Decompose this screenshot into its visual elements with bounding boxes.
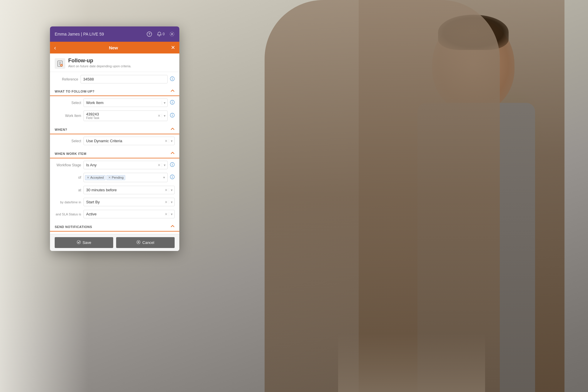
svg-text:i: i bbox=[172, 77, 173, 81]
modal-body: Follow-up Alert on future date depending… bbox=[50, 53, 179, 234]
form-subtitle: Alert on future date depending upon crit… bbox=[68, 64, 131, 68]
what-section-header: WHAT TO FOLLOW-UP? bbox=[50, 86, 179, 96]
at-label: at bbox=[55, 188, 81, 192]
workflow-stage-value[interactable]: Is Any bbox=[84, 161, 156, 169]
of-info-icon[interactable]: i bbox=[170, 175, 175, 180]
of-label: of bbox=[55, 175, 81, 180]
reference-input[interactable] bbox=[81, 75, 168, 83]
back-button[interactable]: ‹ bbox=[54, 44, 56, 51]
by-datetime-clear-btn[interactable]: ✕ bbox=[163, 200, 169, 204]
by-datetime-input-wrap: Start By ✕ ▾ bbox=[83, 198, 175, 206]
when-select-input-wrap: Use Dynamic Criteria ✕ ▾ bbox=[83, 137, 175, 145]
select-value[interactable]: Work Item bbox=[84, 99, 162, 107]
when-wi-section-title: WHEN WORK ITEM bbox=[55, 152, 86, 155]
work-item-id: 439243 bbox=[84, 111, 156, 116]
workflow-stage-label: Workflow Stage bbox=[55, 163, 81, 167]
when-section-header: WHEN? bbox=[50, 125, 179, 134]
svg-text:i: i bbox=[172, 163, 173, 166]
sla-status-field: and SLA Status is Active ✕ ▾ bbox=[50, 208, 179, 220]
what-section-toggle[interactable] bbox=[171, 89, 175, 94]
when-select-clear-btn[interactable]: ✕ bbox=[163, 139, 169, 143]
bell-icon[interactable]: 0 bbox=[157, 31, 165, 37]
of-tags-dropdown[interactable]: ▾ bbox=[162, 175, 166, 180]
sla-status-dropdown-btn[interactable]: ▾ bbox=[169, 212, 174, 216]
bell-count: 0 bbox=[163, 32, 165, 36]
select-field: Select Work Item ▾ i bbox=[50, 97, 179, 109]
form-title-area: Follow-up Alert on future date depending… bbox=[50, 53, 179, 72]
close-button[interactable]: ✕ bbox=[171, 44, 175, 51]
sla-status-input-wrap: Active ✕ ▾ bbox=[83, 210, 175, 218]
svg-point-20 bbox=[77, 240, 81, 244]
cancel-button[interactable]: Cancel bbox=[116, 237, 175, 248]
tag-pending: ✕ Pending bbox=[106, 175, 125, 180]
tag-accepted-label: Accepted bbox=[90, 176, 104, 179]
save-icon bbox=[77, 240, 81, 245]
svg-point-2 bbox=[171, 33, 173, 35]
svg-text:i: i bbox=[172, 175, 173, 179]
send-notif-title: SEND NOTIFICATIONS bbox=[55, 225, 92, 229]
sla-status-clear-btn[interactable]: ✕ bbox=[163, 212, 169, 216]
sla-status-value[interactable]: Active bbox=[84, 210, 163, 218]
workflow-stage-input-wrap: Is Any ✕ ▾ bbox=[83, 161, 168, 169]
tag-accepted: ✕ Accepted bbox=[85, 175, 106, 180]
tag-pending-remove[interactable]: ✕ bbox=[108, 176, 111, 180]
select-label: Select bbox=[55, 101, 81, 105]
send-notif-section-header: SEND NOTIFICATIONS bbox=[50, 222, 179, 232]
cancel-label: Cancel bbox=[142, 240, 154, 245]
when-section-toggle[interactable] bbox=[171, 127, 175, 132]
what-section-title: WHAT TO FOLLOW-UP? bbox=[55, 90, 94, 93]
user-label-text: Emma James | PA LIVE 59 bbox=[55, 32, 104, 36]
when-wi-section-toggle[interactable] bbox=[171, 151, 175, 156]
tag-pending-label: Pending bbox=[112, 176, 123, 179]
when-select-value[interactable]: Use Dynamic Criteria bbox=[84, 137, 163, 145]
tag-accepted-remove[interactable]: ✕ bbox=[87, 176, 89, 180]
modal-dialog: Emma James | PA LIVE 59 ? 0 bbox=[50, 26, 179, 251]
svg-text:i: i bbox=[172, 114, 173, 117]
when-select-dropdown-btn[interactable]: ▾ bbox=[169, 139, 174, 143]
work-item-dropdown-btn[interactable]: ▾ bbox=[162, 114, 167, 118]
svg-text:i: i bbox=[172, 101, 173, 104]
work-item-label: Work Item bbox=[55, 114, 81, 118]
select-dropdown-btn[interactable]: ▾ bbox=[162, 101, 167, 105]
work-item-input-wrap[interactable]: 439243 Field Task ✕ ▾ bbox=[83, 110, 168, 121]
work-item-field: Work Item 439243 Field Task ✕ ▾ i bbox=[50, 109, 179, 123]
when-select-label: Select bbox=[55, 139, 81, 143]
select-input-wrap: Work Item ▾ bbox=[83, 98, 168, 107]
workflow-stage-field: Workflow Stage Is Any ✕ ▾ i bbox=[50, 159, 179, 171]
reference-info-icon[interactable]: i bbox=[170, 76, 175, 82]
at-dropdown-btn[interactable]: ▾ bbox=[169, 188, 174, 192]
select-info-icon[interactable]: i bbox=[170, 100, 175, 106]
by-datetime-field: by date/time in Start By ✕ ▾ bbox=[50, 196, 179, 208]
by-datetime-value[interactable]: Start By bbox=[84, 198, 163, 206]
at-input-wrap: 30 minutes before ✕ ▾ bbox=[83, 186, 175, 194]
save-label: Save bbox=[83, 240, 91, 245]
by-datetime-label: by date/time in bbox=[55, 200, 81, 204]
gear-icon[interactable] bbox=[169, 31, 175, 37]
workflow-stage-dropdown-btn[interactable]: ▾ bbox=[162, 163, 167, 167]
cancel-icon bbox=[136, 240, 141, 245]
send-notif-toggle[interactable] bbox=[171, 224, 175, 229]
workflow-stage-clear-btn[interactable]: ✕ bbox=[156, 163, 162, 167]
work-item-info-icon[interactable]: i bbox=[170, 113, 175, 119]
work-item-type: Field Task bbox=[84, 116, 156, 121]
work-item-clear-btn[interactable]: ✕ bbox=[156, 114, 162, 118]
form-title-text: Follow-up Alert on future date depending… bbox=[68, 58, 131, 68]
by-datetime-dropdown-btn[interactable]: ▾ bbox=[169, 200, 174, 204]
at-field: at 30 minutes before ✕ ▾ bbox=[50, 184, 179, 196]
form-title: Follow-up bbox=[68, 58, 131, 64]
work-item-value: 439243 Field Task bbox=[84, 111, 156, 121]
header-icons: ? 0 bbox=[147, 31, 175, 37]
save-button[interactable]: Save bbox=[55, 237, 113, 248]
modal-subheader: ‹ New ✕ bbox=[50, 42, 179, 53]
modal-header: Emma James | PA LIVE 59 ? 0 bbox=[50, 26, 179, 42]
help-icon[interactable]: ? bbox=[147, 31, 152, 37]
workflow-stage-info-icon[interactable]: i bbox=[170, 162, 175, 168]
of-tags-wrap[interactable]: ✕ Accepted ✕ Pending ▾ bbox=[83, 173, 168, 182]
at-value[interactable]: 30 minutes before bbox=[84, 186, 163, 194]
modal-footer: Save Cancel bbox=[50, 234, 179, 251]
form-icon bbox=[55, 58, 65, 69]
at-clear-btn[interactable]: ✕ bbox=[163, 188, 169, 192]
of-field: of ✕ Accepted ✕ Pending ▾ i bbox=[50, 171, 179, 184]
reference-row: Reference i bbox=[50, 72, 179, 86]
when-select-field: Select Use Dynamic Criteria ✕ ▾ bbox=[50, 135, 179, 147]
